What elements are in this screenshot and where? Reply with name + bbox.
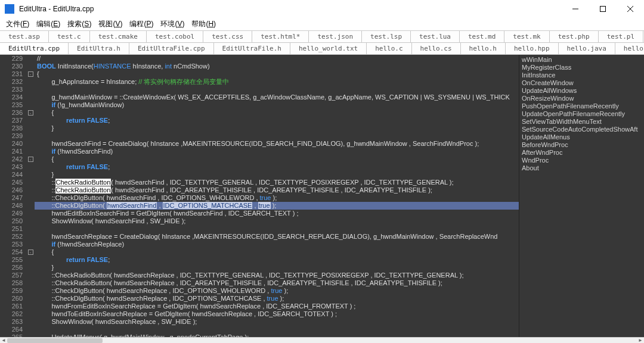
code-line[interactable]: hwndSearchFind = CreateDialog( hInstance… <box>35 140 519 148</box>
fold-marker[interactable] <box>26 132 35 140</box>
symbol-item[interactable]: BeforeWndProc <box>522 141 642 149</box>
menu-item-1[interactable]: 编辑(E) <box>33 18 64 30</box>
code-line[interactable]: ::CheckRadioButton( hwndSearchFind , IDC… <box>35 186 519 194</box>
file-tab[interactable]: test.cmake <box>90 31 147 42</box>
fold-marker[interactable] <box>26 241 35 248</box>
code-line[interactable]: if (!hwndSearchFind) <box>35 148 519 155</box>
code-line[interactable]: { <box>35 70 519 78</box>
code-line[interactable]: hwndToEditBoxInSearchReplace = GetDlgIte… <box>35 310 519 318</box>
menu-item-4[interactable]: 编程(P) <box>126 18 157 30</box>
code-line[interactable]: ::CheckDlgButton( hwndSearchFind , IDC_O… <box>35 202 519 210</box>
code-line[interactable] <box>35 225 519 233</box>
symbol-item[interactable]: OnResizeWindow <box>522 95 642 102</box>
code-line[interactable]: { <box>35 248 519 256</box>
code-line[interactable]: hwndFromEditBoxInSearchReplace = GetDlgI… <box>35 303 519 310</box>
file-tab[interactable]: test.pl <box>599 31 643 42</box>
symbol-item[interactable]: InitInstance <box>522 71 642 79</box>
file-tab[interactable]: test.lsp <box>362 31 411 42</box>
fold-marker[interactable] <box>26 272 35 279</box>
fold-marker[interactable] <box>26 318 35 326</box>
file-tab[interactable]: hello.js <box>615 43 644 54</box>
symbol-item[interactable]: UpdateAllWindows <box>522 87 642 95</box>
fold-marker[interactable] <box>26 124 35 132</box>
fold-marker[interactable] <box>26 326 35 333</box>
code-line[interactable]: ShowWindow( hwndSearchReplace , SW_HIDE … <box>35 318 519 326</box>
fold-marker[interactable] <box>26 210 35 217</box>
code-line[interactable]: return FALSE; <box>35 117 519 124</box>
menu-item-2[interactable]: 搜索(S) <box>64 18 95 30</box>
symbol-panel[interactable]: wWinMainMyRegisterClassInitInstanceOnCre… <box>519 55 644 337</box>
code-line[interactable]: hwndEditBoxInSearchFind = GetDlgItem( hw… <box>35 210 519 217</box>
file-tab[interactable]: hello_world.txt <box>290 43 367 54</box>
file-tab[interactable]: test.md <box>460 31 504 42</box>
file-tab[interactable]: EditUltra.h <box>69 43 129 54</box>
fold-marker[interactable]: - <box>26 109 35 117</box>
menu-item-5[interactable]: 环境(V) <box>157 18 188 30</box>
fold-marker[interactable] <box>26 163 35 171</box>
fold-marker[interactable] <box>26 295 35 303</box>
menu-item-3[interactable]: 视图(V) <box>95 18 126 30</box>
code-line[interactable]: g_hwndMainWindow = ::CreateWindowEx( WS_… <box>35 93 519 101</box>
fold-marker[interactable] <box>26 217 35 225</box>
fold-marker[interactable] <box>26 225 35 233</box>
fold-marker[interactable] <box>26 303 35 310</box>
symbol-item[interactable]: OnCreateWindow <box>522 79 642 87</box>
code-line[interactable] <box>35 326 519 333</box>
fold-marker[interactable] <box>26 101 35 109</box>
scrollbar-thumb[interactable] <box>7 338 103 343</box>
fold-marker[interactable] <box>26 86 35 93</box>
fold-marker[interactable] <box>26 233 35 241</box>
code-line[interactable]: if (!g_hwndMainWindow) <box>35 101 519 109</box>
code-line[interactable]: } <box>35 171 519 179</box>
symbol-item[interactable]: About <box>522 164 642 172</box>
code-line[interactable]: if (!hwndSearchReplace) <box>35 241 519 248</box>
file-tab[interactable]: hello.cs <box>412 43 461 54</box>
file-tab[interactable]: hello.c <box>367 43 411 54</box>
file-tab[interactable]: hello.hpp <box>506 43 559 54</box>
file-tab[interactable]: test.json <box>309 31 362 42</box>
fold-marker[interactable] <box>26 78 35 86</box>
fold-marker[interactable]: - <box>26 248 35 256</box>
fold-marker[interactable] <box>26 279 35 287</box>
file-tab[interactable]: test.php <box>550 31 599 42</box>
file-tab[interactable]: test.lua <box>411 31 460 42</box>
menu-item-6[interactable]: 帮助(H) <box>188 18 219 30</box>
symbol-item[interactable]: MyRegisterClass <box>522 64 642 71</box>
fold-marker[interactable] <box>26 171 35 179</box>
symbol-item[interactable]: SetViewTabWidthMenuText <box>522 118 642 126</box>
fold-gutter[interactable]: ---- <box>26 55 35 337</box>
scroll-right-icon[interactable]: ► <box>637 338 644 343</box>
fold-marker[interactable] <box>26 264 35 272</box>
code-editor[interactable]: //BOOL InitInstance(HINSTANCE hInstance,… <box>35 55 519 337</box>
fold-marker[interactable] <box>26 194 35 202</box>
code-line[interactable]: } <box>35 124 519 132</box>
close-button[interactable] <box>617 0 644 18</box>
fold-marker[interactable] <box>26 186 35 194</box>
code-line[interactable]: ::CheckDlgButton( hwndSearchReplace , ID… <box>35 287 519 295</box>
fold-marker[interactable] <box>26 202 35 210</box>
code-line[interactable]: return FALSE; <box>35 163 519 171</box>
code-line[interactable]: BOOL InitInstance(HINSTANCE hInstance, i… <box>35 63 519 70</box>
fold-marker[interactable] <box>26 148 35 155</box>
file-tab[interactable]: EditUltra.cpp <box>0 43 69 54</box>
fold-marker[interactable]: - <box>26 70 35 78</box>
code-line[interactable]: hwndSearchReplace = CreateDialog( hInsta… <box>35 233 519 241</box>
maximize-button[interactable] <box>589 0 617 18</box>
file-tab[interactable]: hello.h <box>461 43 506 54</box>
fold-marker[interactable] <box>26 55 35 63</box>
fold-marker[interactable]: - <box>26 155 35 163</box>
fold-marker[interactable] <box>26 310 35 318</box>
code-line[interactable] <box>35 132 519 140</box>
file-tab[interactable]: test.html* <box>252 31 309 42</box>
code-line[interactable]: ::CheckDlgButton( hwndSearchFind , IDC_O… <box>35 194 519 202</box>
code-line[interactable]: ::CheckRadioButton( hwndSearchReplace , … <box>35 279 519 287</box>
file-tab[interactable]: test.c <box>49 31 90 42</box>
fold-marker[interactable] <box>26 179 35 186</box>
minimize-button[interactable] <box>562 0 589 18</box>
file-tab[interactable]: hello.java <box>559 43 615 54</box>
code-line[interactable]: } <box>35 264 519 272</box>
file-tab[interactable]: EditUltraFile.cpp <box>129 43 214 54</box>
code-line[interactable] <box>35 86 519 93</box>
fold-marker[interactable] <box>26 140 35 148</box>
file-tab[interactable]: EditUltraFile.h <box>214 43 290 54</box>
